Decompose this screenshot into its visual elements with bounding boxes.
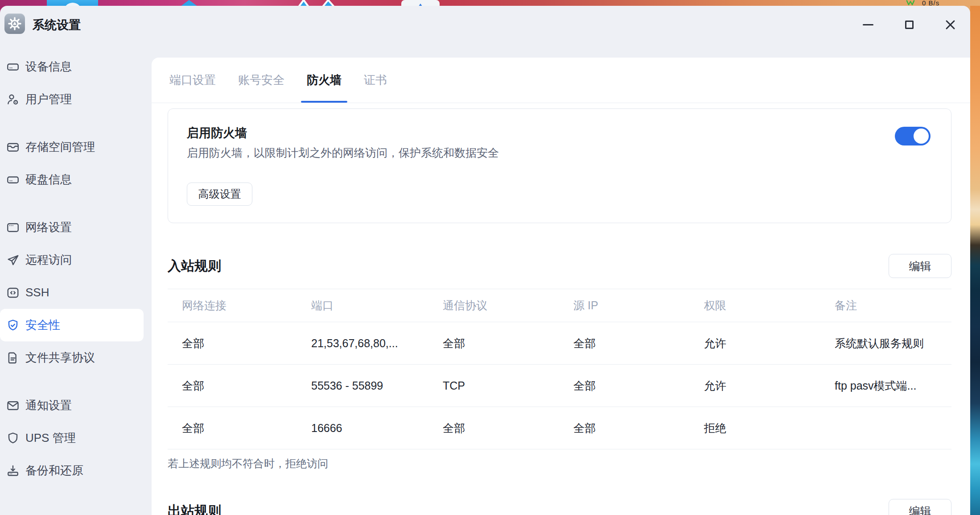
col-source-ip: 源 IP — [559, 298, 690, 313]
paper-plane-icon — [6, 253, 20, 267]
tab-port-settings[interactable]: 端口设置 — [169, 58, 217, 103]
table-header-row: 网络连接 端口 通信协议 源 IP 权限 备注 — [168, 289, 951, 322]
col-remark: 备注 — [820, 298, 951, 313]
window-controls — [861, 18, 957, 31]
advanced-settings-button[interactable]: 高级设置 — [187, 183, 252, 206]
storage-inbox-icon — [6, 141, 20, 154]
system-settings-app-icon — [4, 13, 25, 34]
table-row: 全部 16666 全部 全部 拒绝 — [168, 407, 951, 449]
outbound-rules-title: 出站规则 — [168, 502, 221, 515]
inbound-rules-table: 网络连接 端口 通信协议 源 IP 权限 备注 全部 21,53,67,68,8… — [168, 289, 951, 449]
sidebar-item-storage-management[interactable]: 存储空间管理 — [0, 131, 152, 163]
shield-icon — [6, 432, 20, 445]
sidebar-item-label: 硬盘信息 — [25, 172, 72, 187]
inbound-fallback-note: 若上述规则均不符合时，拒绝访问 — [168, 457, 951, 471]
sidebar-item-remote-access[interactable]: 远程访问 — [0, 244, 152, 276]
tab-certificates[interactable]: 证书 — [363, 58, 388, 103]
sidebar-item-file-sharing[interactable]: 文件共享协议 — [0, 341, 152, 374]
col-permission: 权限 — [690, 298, 820, 313]
sidebar-item-network-settings[interactable]: 网络设置 — [0, 211, 152, 244]
drive-icon — [6, 173, 20, 187]
sidebar-item-device-info[interactable]: 设备信息 — [0, 50, 152, 83]
outbound-edit-button[interactable]: 编辑 — [889, 499, 951, 515]
sidebar-item-notification-settings[interactable]: 通知设置 — [0, 389, 152, 422]
col-network: 网络连接 — [168, 298, 297, 313]
tab-bar: 端口设置 账号安全 防火墙 证书 — [152, 58, 970, 103]
firewall-card-title: 启用防火墙 — [187, 125, 247, 141]
inbound-edit-button[interactable]: 编辑 — [889, 254, 951, 278]
sidebar-item-label: 安全性 — [25, 317, 60, 333]
sidebar: 设备信息 用户管理 存储空间管理 — [0, 50, 152, 515]
firewall-card-description: 启用防火墙，以限制计划之外的网络访问，保护系统和数据安全 — [187, 145, 499, 160]
toggle-knob — [914, 129, 929, 144]
document-icon — [6, 351, 20, 365]
inbound-rules-header: 入站规则 编辑 — [168, 254, 951, 278]
browser-window-icon — [6, 221, 20, 234]
network-indicator-icon — [905, 0, 916, 6]
sidebar-item-label: 通知设置 — [25, 398, 72, 413]
network-speed-widget: 0 B/s — [905, 0, 939, 6]
code-terminal-icon — [6, 286, 20, 299]
sidebar-item-label: 设备信息 — [25, 59, 72, 75]
firewall-tab-content: 启用防火墙 启用防火墙，以限制计划之外的网络访问，保护系统和数据安全 高级设置 … — [152, 108, 970, 515]
maximize-button[interactable] — [902, 18, 916, 31]
table-row: 全部 21,53,67,68,80,... 全部 全部 允许 系统默认服务规则 — [168, 322, 951, 364]
sidebar-item-label: 远程访问 — [25, 252, 72, 268]
inbound-rules-title: 入站规则 — [168, 257, 221, 275]
system-settings-window: 系统设置 设备信息 — [0, 6, 970, 515]
net-speed-text: 0 B/s — [922, 0, 939, 6]
firewall-toggle[interactable] — [895, 127, 931, 145]
table-row: 全部 55536 - 55899 TCP 全部 允许 ftp pasv模式端..… — [168, 364, 951, 407]
window-title: 系统设置 — [33, 17, 81, 33]
sidebar-item-disk-info[interactable]: 硬盘信息 — [0, 163, 152, 196]
sidebar-item-label: SSH — [25, 286, 49, 299]
shield-check-icon — [6, 319, 20, 332]
sidebar-item-security[interactable]: 安全性 — [0, 309, 144, 341]
sidebar-item-label: UPS 管理 — [25, 430, 76, 446]
desktop-wallpaper-right — [970, 6, 980, 515]
envelope-icon — [6, 399, 20, 412]
sidebar-item-label: 用户管理 — [25, 91, 72, 107]
enable-firewall-card: 启用防火墙 启用防火墙，以限制计划之外的网络访问，保护系统和数据安全 高级设置 — [168, 108, 951, 223]
tab-account-security[interactable]: 账号安全 — [237, 58, 285, 103]
close-button[interactable] — [943, 18, 957, 31]
gear-logo-icon — [8, 17, 22, 31]
settings-panel: 端口设置 账号安全 防火墙 证书 启用防火墙 启用防火墙，以限制计划之外的网络访… — [152, 58, 970, 515]
user-gear-icon — [6, 93, 20, 106]
sidebar-item-label: 文件共享协议 — [25, 350, 95, 365]
sidebar-item-label: 网络设置 — [25, 220, 72, 235]
sidebar-item-user-management[interactable]: 用户管理 — [0, 83, 152, 116]
sidebar-item-ups-management[interactable]: UPS 管理 — [0, 422, 152, 454]
sidebar-item-partial[interactable] — [0, 512, 152, 515]
download-tray-icon — [6, 464, 20, 478]
outbound-rules-header: 出站规则 编辑 — [168, 499, 951, 515]
col-protocol: 通信协议 — [428, 298, 559, 313]
sidebar-item-label: 备份和还原 — [25, 463, 83, 478]
tab-firewall[interactable]: 防火墙 — [306, 58, 342, 103]
col-port: 端口 — [297, 298, 428, 313]
sidebar-item-backup-restore[interactable]: 备份和还原 — [0, 454, 152, 487]
drive-icon — [6, 60, 20, 74]
minimize-button[interactable] — [861, 18, 875, 31]
sidebar-item-label: 存储空间管理 — [25, 139, 95, 155]
sidebar-item-ssh[interactable]: SSH — [0, 276, 152, 309]
